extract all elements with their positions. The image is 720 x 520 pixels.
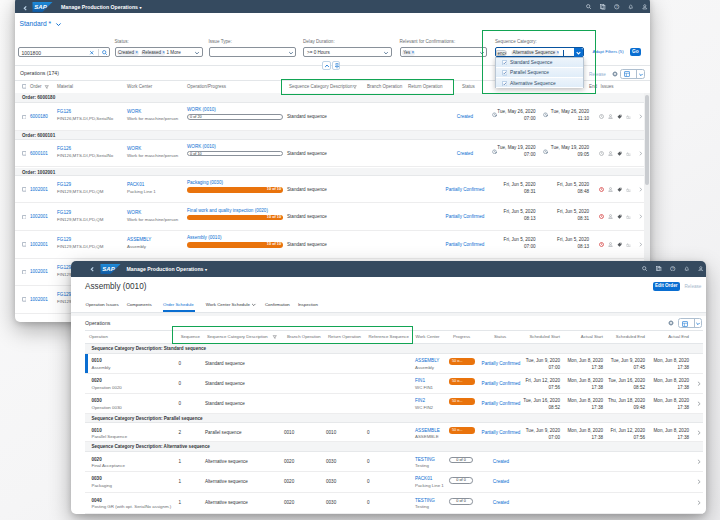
svg-text:?: ? bbox=[616, 5, 618, 9]
svg-text:?: ? bbox=[672, 267, 674, 271]
svg-text:SAP: SAP bbox=[34, 4, 47, 10]
svg-text:SAP: SAP bbox=[102, 266, 115, 272]
